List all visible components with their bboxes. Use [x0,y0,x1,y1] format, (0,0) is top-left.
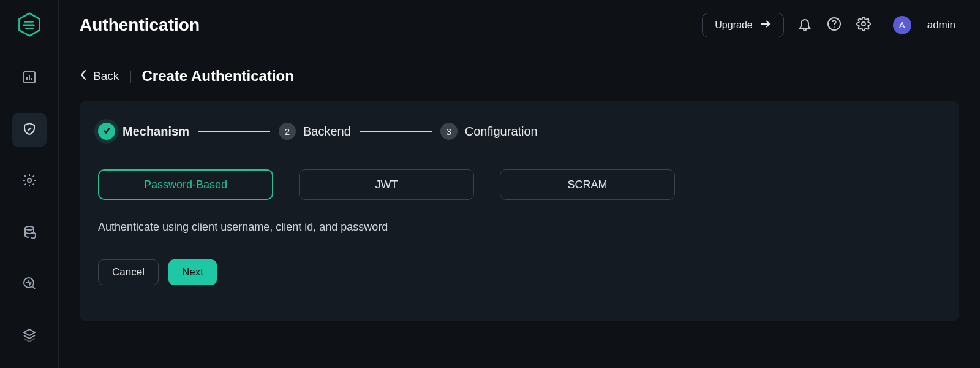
step-configuration[interactable]: 3 Configuration [440,123,538,140]
svg-point-5 [834,26,835,28]
shield-icon [22,121,37,139]
gear-icon [22,173,37,190]
avatar[interactable]: A [893,16,911,34]
username[interactable]: admin [927,19,956,31]
layers-icon [22,328,37,345]
avatar-initial: A [899,20,905,30]
next-button-label: Next [182,266,203,278]
sidebar-item-diagnostics[interactable] [12,267,47,302]
step-number-badge: 3 [440,123,458,140]
step-connector [360,131,432,132]
breadcrumb-separator: | [129,69,132,83]
sidebar-item-integrations[interactable] [12,164,47,199]
next-button[interactable]: Next [168,259,217,285]
svg-point-6 [862,22,865,26]
arrow-right-icon [760,20,771,31]
step-connector [198,131,270,132]
option-jwt[interactable]: JWT [299,169,474,200]
notifications-button[interactable] [796,17,813,34]
sidebar-item-data[interactable] [12,216,47,250]
settings-gear-icon [856,17,871,34]
mechanism-options: Password-Based JWT SCRAM [98,169,941,200]
step-label: Backend [303,125,351,139]
svg-point-1 [28,178,31,182]
step-mechanism[interactable]: Mechanism [98,123,189,140]
sidebar-item-dashboard[interactable] [12,61,47,96]
check-icon [102,126,111,137]
cancel-button-label: Cancel [112,266,145,278]
content-area: Back | Create Authentication [59,50,980,368]
option-label: Password-Based [144,178,227,191]
help-icon [827,17,842,34]
option-label: JWT [375,178,398,191]
activity-search-icon [22,276,37,293]
option-description: Authenticate using client username, clie… [98,221,941,234]
app-header: Authentication Upgrade [59,0,980,50]
settings-button[interactable] [855,17,872,34]
option-label: SCRAM [567,178,607,191]
sidebar [0,0,59,368]
upgrade-button-label: Upgrade [715,20,752,31]
database-sync-icon [22,224,37,242]
step-backend[interactable]: 2 Backend [279,123,351,140]
help-button[interactable] [826,17,843,34]
page-subtitle: Create Authentication [141,67,293,85]
option-password-based[interactable]: Password-Based [98,169,273,200]
back-link[interactable]: Back [80,69,119,83]
back-link-label: Back [93,69,119,83]
upgrade-button[interactable]: Upgrade [702,13,783,37]
step-label: Configuration [465,125,538,139]
chevron-left-icon [80,69,87,83]
step-label: Mechanism [123,125,189,139]
option-scram[interactable]: SCRAM [500,169,675,200]
config-panel: Mechanism 2 Backend 3 Configuration [80,101,959,321]
stepper: Mechanism 2 Backend 3 Configuration [98,123,941,140]
bar-chart-icon [22,70,37,87]
sidebar-item-cluster[interactable] [12,319,47,353]
bell-icon [797,17,812,34]
step-done-badge [98,123,115,140]
breadcrumb: Back | Create Authentication [80,67,959,85]
cancel-button[interactable]: Cancel [98,259,159,285]
page-title: Authentication [80,15,690,35]
svg-point-2 [25,226,34,230]
app-logo[interactable] [16,11,43,38]
step-number-badge: 2 [279,123,296,140]
sidebar-item-security[interactable] [12,113,47,147]
form-actions: Cancel Next [98,259,941,285]
